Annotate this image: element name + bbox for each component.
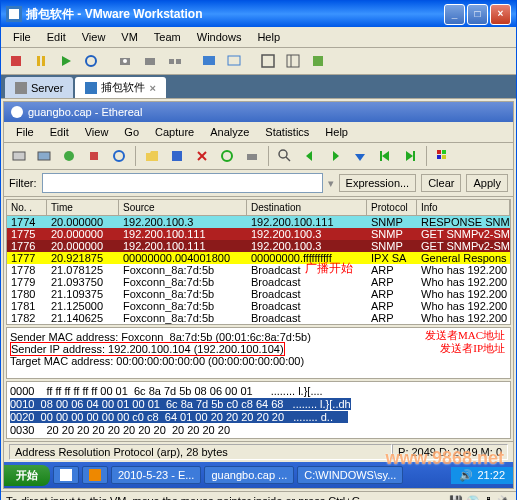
device-usb-icon[interactable]: 🔌 — [497, 495, 511, 500]
col-protocol[interactable]: Protocol — [367, 200, 417, 215]
svg-line-32 — [286, 157, 290, 161]
goto-icon[interactable] — [349, 145, 371, 167]
col-no[interactable]: No. . — [7, 200, 47, 215]
device-net-icon[interactable]: 🖧 — [483, 495, 494, 500]
tray-icon[interactable]: 🔊 — [459, 469, 473, 482]
show-console-icon[interactable] — [198, 50, 220, 72]
filter-input[interactable] — [42, 173, 323, 193]
reset-icon[interactable] — [80, 50, 102, 72]
power-off-icon[interactable] — [5, 50, 27, 72]
svg-rect-37 — [380, 151, 382, 161]
revert-icon[interactable] — [139, 50, 161, 72]
power-on-icon[interactable] — [55, 50, 77, 72]
packet-details[interactable]: Sender MAC address: Foxconn_8a:7d:5b (00… — [6, 327, 511, 379]
packet-row[interactable]: 177821.078125Foxconn_8a:7d:5bBroadcastAR… — [7, 264, 510, 276]
svg-marker-38 — [406, 151, 413, 161]
options-icon[interactable] — [33, 145, 55, 167]
svg-rect-26 — [172, 151, 182, 161]
tab-label: 捕包软件 — [101, 80, 145, 95]
tab-server[interactable]: Server — [5, 77, 73, 98]
start-button[interactable]: 开始 — [4, 465, 50, 486]
go-first-icon[interactable] — [374, 145, 396, 167]
svg-rect-1 — [9, 9, 19, 19]
svg-rect-45 — [89, 469, 101, 481]
eth-menu-file[interactable]: File — [9, 124, 41, 140]
colorize-icon[interactable] — [432, 145, 454, 167]
close-button[interactable]: × — [490, 4, 511, 25]
unity-icon[interactable] — [307, 50, 329, 72]
task-item[interactable]: 2010-5-23 - E... — [111, 466, 201, 484]
expression-button[interactable]: Expression... — [339, 174, 417, 192]
system-tray[interactable]: 🔊 21:22 — [451, 467, 513, 484]
hex-dump[interactable]: 0000 ff ff ff ff ff ff 00 01 6c 8a 7d 5b… — [6, 381, 511, 439]
menu-view[interactable]: View — [75, 29, 113, 45]
task-item[interactable]: guangbo.cap ... — [204, 466, 294, 484]
ethereal-toolbar — [4, 143, 513, 170]
svg-rect-14 — [262, 55, 274, 67]
menu-help[interactable]: Help — [250, 29, 287, 45]
packet-row[interactable]: 177520.000000192.200.100.111192.200.100.… — [7, 228, 510, 240]
packet-row[interactable]: 177420.000000192.200.100.3192.200.100.11… — [7, 216, 510, 228]
print-icon[interactable] — [241, 145, 263, 167]
device-cd-icon[interactable]: 💿 — [466, 495, 480, 500]
packet-list[interactable]: No. . Time Source Destination Protocol I… — [6, 199, 511, 325]
maximize-button[interactable]: □ — [467, 4, 488, 25]
eth-menu-edit[interactable]: Edit — [43, 124, 76, 140]
menu-windows[interactable]: Windows — [190, 29, 249, 45]
stop-capture-icon[interactable] — [83, 145, 105, 167]
go-last-icon[interactable] — [399, 145, 421, 167]
packet-row[interactable]: 178221.140625Foxconn_8a:7d:5bBroadcastAR… — [7, 312, 510, 324]
packet-row[interactable]: 177620.000000192.200.100.111192.200.100.… — [7, 240, 510, 252]
interfaces-icon[interactable] — [8, 145, 30, 167]
menu-edit[interactable]: Edit — [40, 29, 73, 45]
ethereal-title: guangbo.cap - Ethereal — [28, 106, 507, 118]
col-info[interactable]: Info — [417, 200, 510, 215]
quicklaunch-icon[interactable] — [82, 466, 108, 484]
eth-menu-statistics[interactable]: Statistics — [258, 124, 316, 140]
menu-team[interactable]: Team — [147, 29, 188, 45]
suspend-icon[interactable] — [30, 50, 52, 72]
tab-capture[interactable]: 捕包软件 × — [75, 77, 165, 98]
svg-rect-4 — [42, 56, 45, 66]
packet-row[interactable]: 178121.125000Foxconn_8a:7d:5bBroadcastAR… — [7, 300, 510, 312]
eth-menu-view[interactable]: View — [78, 124, 116, 140]
menu-vm[interactable]: VM — [114, 29, 145, 45]
col-source[interactable]: Source — [119, 200, 247, 215]
svg-rect-15 — [287, 55, 299, 67]
find-icon[interactable] — [274, 145, 296, 167]
packet-row[interactable]: 177921.093750Foxconn_8a:7d:5bBroadcastAR… — [7, 276, 510, 288]
clear-button[interactable]: Clear — [421, 174, 461, 192]
manage-icon[interactable] — [164, 50, 186, 72]
packet-row[interactable]: 177720.92187500000000.00400180000000000.… — [7, 252, 510, 264]
minimize-button[interactable]: _ — [444, 4, 465, 25]
packet-row[interactable]: 178021.109375Foxconn_8a:7d:5bBroadcastAR… — [7, 288, 510, 300]
restart-icon[interactable] — [108, 145, 130, 167]
go-forward-icon[interactable] — [324, 145, 346, 167]
reload-icon[interactable] — [216, 145, 238, 167]
eth-menu-capture[interactable]: Capture — [148, 124, 201, 140]
col-time[interactable]: Time — [47, 200, 119, 215]
snapshot-icon[interactable] — [114, 50, 136, 72]
device-hdd-icon[interactable]: 💾 — [449, 495, 463, 500]
task-item[interactable]: C:\WINDOWS\sy... — [297, 466, 403, 484]
go-back-icon[interactable] — [299, 145, 321, 167]
eth-menu-go[interactable]: Go — [117, 124, 146, 140]
quicklaunch-icon[interactable] — [53, 466, 79, 484]
svg-point-29 — [222, 151, 232, 161]
tab-close-icon[interactable]: × — [149, 82, 155, 94]
col-destination[interactable]: Destination — [247, 200, 367, 215]
save-icon[interactable] — [166, 145, 188, 167]
close-file-icon[interactable] — [191, 145, 213, 167]
packet-list-header[interactable]: No. . Time Source Destination Protocol I… — [7, 200, 510, 216]
eth-menu-analyze[interactable]: Analyze — [203, 124, 256, 140]
quickswitch-icon[interactable] — [282, 50, 304, 72]
summary-icon[interactable] — [223, 50, 245, 72]
eth-menu-help[interactable]: Help — [318, 124, 355, 140]
apply-button[interactable]: Apply — [466, 174, 508, 192]
menu-file[interactable]: File — [6, 29, 38, 45]
fullscreen-icon[interactable] — [257, 50, 279, 72]
packet-row[interactable]: 178321.156250Foxconn_8a:7d:5bBroadcastAR… — [7, 324, 510, 325]
start-capture-icon[interactable] — [58, 145, 80, 167]
svg-rect-18 — [15, 82, 27, 94]
open-icon[interactable] — [141, 145, 163, 167]
